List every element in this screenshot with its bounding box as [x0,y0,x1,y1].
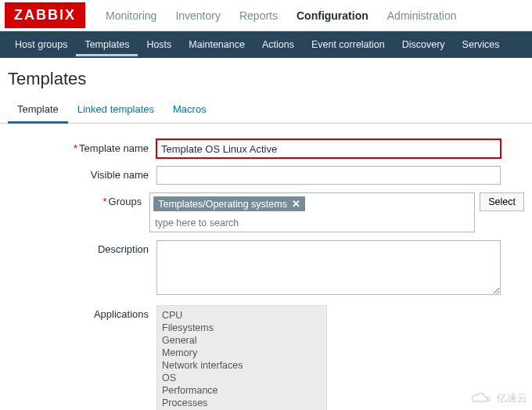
sub-nav: Host groups Templates Hosts Maintenance … [0,31,532,58]
label-applications: Applications [8,305,156,320]
subnav-host-groups[interactable]: Host groups [6,33,76,56]
row-applications: Applications CPU Filesystems General Mem… [8,305,524,410]
form-tabs: Template Linked templates Macros [0,97,532,124]
visible-name-input[interactable] [156,166,501,185]
app-item[interactable]: Filesystems [162,322,322,334]
top-menu-administration[interactable]: Administration [378,2,466,30]
app-item[interactable]: General [162,334,322,347]
group-tag[interactable]: Templates/Operating systems ✕ [153,196,305,211]
label-groups-text: Groups [109,196,142,207]
app-item[interactable]: Processes [162,397,322,409]
label-template-name-text: Template name [79,142,149,154]
group-tag-label: Templates/Operating systems [158,199,287,210]
subnav-actions[interactable]: Actions [253,33,303,56]
tab-macros[interactable]: Macros [164,97,216,123]
groups-multiselect[interactable]: Templates/Operating systems ✕ [149,192,475,232]
description-textarea[interactable] [156,240,501,295]
cloud-icon [469,391,494,405]
groups-select-button[interactable]: Select [480,192,524,211]
groups-search-input[interactable] [150,214,474,232]
watermark: 亿速云 [469,391,527,405]
subnav-maintenance[interactable]: Maintenance [180,33,253,56]
label-visible-name: Visible name [8,166,156,181]
row-description: Description [8,240,524,297]
subnav-event-correlation[interactable]: Event correlation [303,33,394,56]
app-item[interactable]: CPU [162,309,322,322]
top-menu-monitoring[interactable]: Monitoring [96,2,166,30]
label-groups: *Groups [8,192,149,207]
row-visible-name: Visible name [8,166,524,185]
app-item[interactable]: Memory [162,347,322,359]
top-menu-configuration[interactable]: Configuration [287,2,378,30]
label-description: Description [8,240,156,255]
app-item[interactable]: OS [162,372,322,384]
subnav-hosts[interactable]: Hosts [138,33,180,56]
row-groups: *Groups Templates/Operating systems ✕ Se… [8,192,524,232]
app-item[interactable]: Network interfaces [162,359,322,372]
template-name-input[interactable] [156,139,501,158]
top-menu: Monitoring Inventory Reports Configurati… [96,2,466,30]
tab-linked-templates[interactable]: Linked templates [68,97,164,123]
watermark-text: 亿速云 [497,391,527,405]
template-form: *Template name Visible name *Groups Temp… [0,124,532,410]
subnav-templates[interactable]: Templates [76,33,138,56]
row-template-name: *Template name [8,139,524,158]
subnav-services[interactable]: Services [454,33,509,56]
label-template-name: *Template name [8,139,156,154]
svg-point-0 [487,397,490,401]
brand-logo[interactable]: ZABBIX [5,2,85,28]
tab-template[interactable]: Template [8,97,68,124]
group-tag-remove-icon[interactable]: ✕ [292,198,300,210]
top-menu-inventory[interactable]: Inventory [166,2,230,30]
top-nav: ZABBIX Monitoring Inventory Reports Conf… [0,0,532,31]
page-title: Templates [0,58,532,97]
top-menu-reports[interactable]: Reports [230,2,287,30]
subnav-discovery[interactable]: Discovery [394,33,454,56]
applications-listbox[interactable]: CPU Filesystems General Memory Network i… [156,305,327,410]
app-item[interactable]: Performance [162,384,322,397]
